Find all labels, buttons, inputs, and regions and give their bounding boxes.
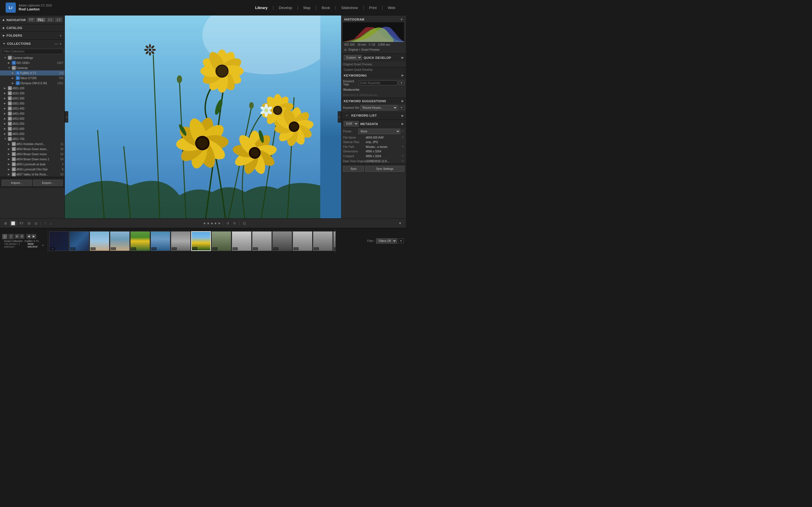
rotate-right-btn[interactable]: ↻	[232, 221, 238, 226]
collection-d654-brean-mono[interactable]: ▶ ▤ d654 Brean Down mono 54	[0, 152, 64, 157]
folders-add-btn[interactable]: +	[59, 33, 62, 38]
collection-d001-100[interactable]: ▶ ▤ d001-100	[0, 86, 64, 91]
sync-settings-button[interactable]: Sync Settings	[365, 166, 404, 172]
keyword-dropdown-btn[interactable]: ▼	[399, 81, 404, 85]
collection-d651-700[interactable]: ▼ ▤ d651-700	[0, 136, 64, 142]
nav-1-1-btn[interactable]: 1:1	[47, 18, 54, 22]
filmstrip-thumb-3[interactable]: ⬡⬡	[90, 231, 109, 251]
exif-select[interactable]: EXIF	[344, 121, 359, 126]
filmstrip-thumb-8-selected[interactable]: ⬡⬡	[191, 231, 211, 251]
collection-d351-400[interactable]: ▶ ▤ d351-400	[0, 106, 64, 111]
collection-d101-200[interactable]: ▶ ▤ d101-200	[0, 91, 64, 96]
preset-select[interactable]: None	[358, 129, 400, 134]
filmstrip-thumb-9[interactable]: ⬡⬡	[211, 231, 231, 251]
keyword-suggestions-header[interactable]: Keyword Suggestions ▶	[342, 98, 406, 104]
collection-d601-650[interactable]: ▶ ▤ d601-650	[0, 131, 64, 136]
keywording-header[interactable]: Keywording ▶	[342, 72, 406, 78]
collection-olympus[interactable]: ▶ ★ Olympus OM-D E-M1 1261	[0, 80, 64, 86]
sync-button[interactable]: Sync	[343, 166, 364, 172]
collection-d551-600[interactable]: ▶ ▤ d551-600	[0, 126, 64, 131]
keyword-list-add-icon[interactable]: +	[344, 113, 350, 118]
grid-small-btn[interactable]: ⊞	[15, 234, 19, 238]
tab-print[interactable]: Print	[364, 3, 382, 12]
filter-expand-btn[interactable]: ▼	[398, 238, 404, 243]
filmstrip-thumb-1[interactable]: ⬡⬡	[49, 231, 69, 251]
filepath-edit-btn[interactable]: ✎	[402, 145, 404, 149]
filmstrip-thumb-7[interactable]: ⬡⬡	[171, 231, 191, 251]
filename-edit-btn[interactable]: ✎	[402, 135, 404, 139]
filmstrip-thumb-5[interactable]: ⬡⬡	[130, 231, 150, 251]
survey-view-btn[interactable]: ⊟	[26, 221, 32, 226]
file-dropdown-icon[interactable]: ▾	[42, 244, 44, 247]
collection-d655-lynmouth[interactable]: ▶ ▤ d655 Lynmouth at dusk 4	[0, 162, 64, 167]
keyword-set-expand-btn[interactable]: ▼	[399, 106, 404, 110]
page-2-btn[interactable]: 2	[8, 234, 13, 239]
nav-fill-btn[interactable]: FILL	[36, 18, 45, 22]
collection-d451-500[interactable]: ▶ ▤ d451-500	[0, 116, 64, 121]
tab-develop[interactable]: Develop	[274, 3, 297, 12]
cropped-edit-btn[interactable]: ✎	[402, 154, 404, 158]
collections-filter-input[interactable]	[2, 49, 63, 54]
sort-asc-btn[interactable]: ↑	[43, 221, 47, 226]
collection-d501-550[interactable]: ▶ ▤ d501-550	[0, 121, 64, 126]
filmstrip-thumb-10[interactable]: ⬡⬡	[232, 231, 252, 251]
folders-header[interactable]: Folders +	[0, 32, 64, 40]
star-4[interactable]: ★	[214, 221, 217, 225]
nav-fit-btn[interactable]: FIT	[28, 18, 35, 22]
grid-view-btn[interactable]: ⊞	[3, 221, 8, 226]
tab-slideshow[interactable]: Slideshow	[336, 3, 363, 12]
next-photo-btn[interactable]: ▶	[32, 234, 36, 238]
filmstrip-thumb-4[interactable]: ⬡⬡	[110, 231, 130, 251]
filter-select[interactable]: Filters Off	[376, 238, 397, 244]
right-panel-collapse[interactable]: ▶	[338, 111, 341, 122]
datetime-edit-btn[interactable]: ✎	[402, 159, 404, 163]
metadata-header[interactable]: EXIF Metadata ▶	[342, 120, 406, 128]
filmstrip-thumb-13[interactable]: ⬡⬡	[293, 231, 312, 251]
collection-fujifilm-xt1[interactable]: ▶ ★ Fujifilm X-T1 740	[0, 70, 64, 75]
collection-d656-lynmouth-film[interactable]: ▶ ▤ d656 Lynmouth Film Noir 8	[0, 167, 64, 172]
catalog-header[interactable]: Catalog	[0, 24, 64, 31]
qd-preset-select[interactable]: Custom	[344, 55, 362, 60]
keyword-click-area[interactable]: Click here to add keywords...	[342, 93, 406, 98]
collection-d651-kestoke[interactable]: ▶ ▤ d651 Kestoke church... 11	[0, 142, 64, 147]
histogram-header[interactable]: Histogram ▼	[343, 17, 405, 22]
filmstrip-thumb-12[interactable]: ⬡⬡	[272, 231, 292, 251]
import-button[interactable]: Import...	[2, 180, 32, 186]
collection-nikon-d7200[interactable]: ▶ ★ Nikon D7200 768	[0, 75, 64, 80]
tab-library[interactable]: Library	[250, 3, 273, 12]
crop-btn[interactable]: ⊡	[242, 221, 247, 226]
prev-photo-btn[interactable]: ◀	[27, 234, 31, 238]
export-button[interactable]: Export...	[33, 180, 63, 186]
loupe-view-btn[interactable]: ⬜	[10, 221, 17, 226]
collection-d401-450[interactable]: ▶ ▤ d401-450	[0, 111, 64, 116]
collections-minus-btn[interactable]: —	[54, 41, 58, 46]
compare-view-btn[interactable]: XY	[18, 221, 25, 226]
keyword-list-header[interactable]: + Keyword List ▶	[342, 112, 406, 119]
preset-edit-btn[interactable]: ✎	[402, 129, 404, 133]
collections-add-btn[interactable]: +	[59, 41, 62, 46]
filmstrip-thumb-6[interactable]: ⬡⬡	[151, 231, 170, 251]
tab-map[interactable]: Map	[298, 3, 315, 12]
tab-book[interactable]: Book	[317, 3, 335, 12]
star-5[interactable]: ★	[218, 221, 221, 225]
star-1[interactable]: ★	[203, 221, 206, 225]
collection-iso1600[interactable]: ▶ ★ ISO 1600+ 6367	[0, 60, 64, 65]
collection-camera-settings[interactable]: ▼ ▤ Camera settings	[0, 55, 64, 60]
keyword-set-select[interactable]: Recent Keywo...	[360, 105, 398, 110]
star-2[interactable]: ★	[207, 221, 210, 225]
keyword-tags-input[interactable]	[359, 80, 398, 86]
star-3[interactable]: ★	[210, 221, 213, 225]
collection-d301-350[interactable]: ▶ ▤ d301-350	[0, 101, 64, 106]
grid-large-btn[interactable]: ⊟	[20, 234, 24, 238]
filmstrip-thumb-15[interactable]: ⬡⬡	[333, 231, 336, 251]
nav-1-2-btn[interactable]: 1:2	[55, 18, 62, 22]
collection-cameras[interactable]: ▼ ▤ Cameras	[0, 65, 64, 70]
filmstrip-thumb-11[interactable]: ⬡⬡	[252, 231, 272, 251]
collection-d654-brean-mono2[interactable]: ▶ ▤ d654 Brean Down mono 2 54	[0, 157, 64, 162]
toolbar-expand-btn[interactable]: ▼	[397, 221, 403, 226]
rotate-left-btn[interactable]: ↺	[225, 221, 231, 226]
navigator-header[interactable]: Navigator FIT FILL 1:1 1:2	[0, 15, 64, 24]
collections-header[interactable]: Collections — +	[0, 40, 64, 48]
current-file-label[interactable]: d658-005.RAF	[28, 242, 41, 248]
filmstrip-thumb-2[interactable]: ⬡⬡	[69, 231, 89, 251]
